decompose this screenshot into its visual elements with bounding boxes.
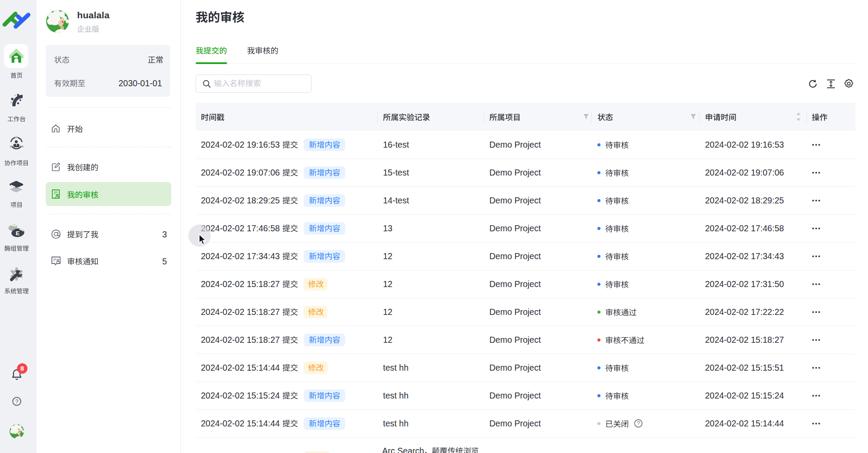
svg-text:?: ? [637,420,640,426]
svg-text:?: ? [15,398,18,405]
svg-text:E: E [16,230,20,237]
